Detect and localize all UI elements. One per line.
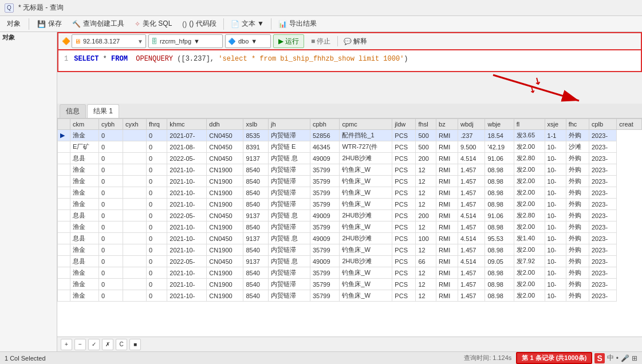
stop-button[interactable]: ■ 停止: [306, 34, 335, 48]
object-label: 对象: [7, 19, 21, 29]
menu-beautify-sql[interactable]: ✧ 美化 SQL: [130, 18, 176, 30]
schema-select[interactable]: 🔷 dbo ▼: [225, 34, 271, 48]
delete-row-button[interactable]: −: [74, 339, 86, 350]
table-cell: 35799: [310, 290, 339, 302]
add-row-button[interactable]: +: [61, 339, 72, 350]
table-cell: 外购: [566, 279, 589, 290]
table-row: 渔金002021-10-CN19008540内贸链滞35799钓鱼床_WPCS1…: [58, 199, 642, 210]
table-cell: 发2.00: [514, 279, 545, 290]
table-cell: 8540: [243, 164, 269, 176]
table-cell: 4.514: [458, 256, 485, 267]
table-cell: [123, 130, 146, 141]
menu-export[interactable]: 📊 导出结果: [274, 18, 321, 30]
table-cell: 1.457: [458, 164, 485, 176]
table-cell: 内贸链滞: [269, 221, 310, 233]
table-cell: 8540: [243, 187, 269, 199]
table-cell: 35799: [310, 187, 339, 199]
table-cell: 发2.00: [514, 290, 545, 302]
table-cell: 200: [416, 210, 436, 221]
table-cell: 2021-10-: [167, 199, 207, 210]
export-icon: 📊: [278, 20, 287, 28]
table-cell: 内贸链 息: [269, 256, 310, 267]
run-button[interactable]: ▶ 运行: [273, 34, 304, 48]
table-cell: 0: [99, 187, 123, 199]
arrow-svg: [482, 72, 596, 104]
table-cell: 1.457: [458, 244, 485, 256]
stop-query-button[interactable]: ■: [129, 339, 141, 350]
schema-dropdown-arrow: ▼: [251, 38, 257, 45]
confirm-button[interactable]: ✓: [88, 339, 100, 350]
server-dropdown-arrow: ▼: [137, 38, 143, 45]
table-cell: CN1900: [207, 164, 243, 176]
table-cell: 内贸链滞: [269, 279, 310, 290]
col-header-fhc: fhc: [566, 119, 589, 130]
menu-code-snippet[interactable]: () () 代码段: [178, 18, 220, 30]
cancel-button[interactable]: ✗: [102, 339, 113, 350]
table-cell: CN1900: [207, 187, 243, 199]
table-cell: CN0450: [207, 210, 243, 221]
table-cell: CN1900: [207, 176, 243, 187]
table-cell: 8540: [243, 199, 269, 210]
table-cell: 08.98: [485, 279, 514, 290]
table-cell: 35799: [310, 267, 339, 279]
left-panel-header: 对象: [0, 32, 57, 43]
status-icon-mic: 🎤: [621, 354, 629, 362]
server-select[interactable]: 🖥 92.168.3.127 ▼: [72, 34, 146, 48]
menu-save[interactable]: 💾 保存: [33, 18, 66, 30]
table-cell: CN1900: [207, 290, 243, 302]
sql-editor[interactable]: 1SELECT * FROM OPENQUERY ([3.237], 'sele…: [57, 50, 642, 72]
table-cell: 9137: [243, 233, 269, 244]
table-cell: 渔金: [70, 187, 99, 199]
tab-result-1[interactable]: 结果 1: [87, 104, 119, 118]
arrow-annotation-area: ↘ ↘: [57, 72, 642, 104]
menu-query-builder[interactable]: 🔨 查询创建工具: [68, 18, 129, 30]
table-cell: CN0450: [207, 130, 243, 141]
explain-button[interactable]: 💬 解释: [340, 34, 371, 48]
row-indicator: [58, 176, 70, 187]
table-cell: CN1900: [207, 244, 243, 256]
table-cell: [123, 256, 146, 267]
code-snippet-label: () 代码段: [189, 19, 216, 29]
row-indicator: [58, 267, 70, 279]
result-table: ckm cybh cyxh fhrq khmc ddh xslb jh cpbh…: [57, 118, 642, 302]
menu-text[interactable]: 📄 文本 ▼: [226, 18, 269, 30]
table-cell: 4.514: [458, 210, 485, 221]
copy-button[interactable]: C: [116, 339, 127, 350]
table-cell: 2021-10-: [167, 290, 207, 302]
table-cell: CN1900: [207, 279, 243, 290]
row-indicator: [58, 199, 70, 210]
table-cell: 12: [416, 199, 436, 210]
left-panel: 对象: [0, 32, 57, 351]
table-cell: 外购: [566, 187, 589, 199]
table-cell: 2HUB沙滩: [340, 256, 392, 267]
sql-star: *: [99, 55, 111, 63]
database-select[interactable]: 🗄 rzcrm_hfpg ▼: [148, 34, 223, 48]
table-cell: PCS: [392, 187, 416, 199]
table-cell: 10-: [545, 187, 566, 199]
col-header-fhrq: fhrq: [146, 119, 167, 130]
status-col-selected: 1 Col Selected: [5, 355, 459, 362]
data-table-wrapper[interactable]: ckm cybh cyxh fhrq khmc ddh xslb jh cpbh…: [57, 118, 642, 337]
table-cell: 2022-05-: [167, 256, 207, 267]
col-header-cybh: cybh: [99, 119, 123, 130]
table-cell: 发3.65: [514, 130, 545, 141]
table-cell: [123, 279, 146, 290]
table-cell: 外购: [566, 290, 589, 302]
tab-info[interactable]: 信息: [60, 104, 86, 118]
table-row: 息县002022-05-CN04509137内贸链 息490092HUB沙滩PC…: [58, 210, 642, 221]
menu-object[interactable]: 对象: [2, 18, 25, 30]
table-cell: 18.54: [485, 130, 514, 141]
table-header: ckm cybh cyxh fhrq khmc ddh xslb jh cpbh…: [58, 119, 642, 130]
table-cell: 发2.80: [514, 153, 545, 164]
table-cell: '42.19: [485, 141, 514, 153]
row-indicator: [58, 141, 70, 153]
table-cell: [123, 141, 146, 153]
table-row: 渔金002021-10-CN19008540内贸链滞35799钓鱼床_WPCS1…: [58, 176, 642, 187]
table-cell: 1.457: [458, 221, 485, 233]
table-row: ▶渔金002021-07-CN04508535内贸链滞52856配件挡轮_1PC…: [58, 130, 642, 141]
table-cell: 钓鱼床_W: [340, 176, 392, 187]
table-cell: 息县: [70, 153, 99, 164]
table-cell: 46345: [310, 141, 339, 153]
table-cell: 外购: [566, 164, 589, 176]
table-cell: 2023-: [589, 141, 616, 153]
